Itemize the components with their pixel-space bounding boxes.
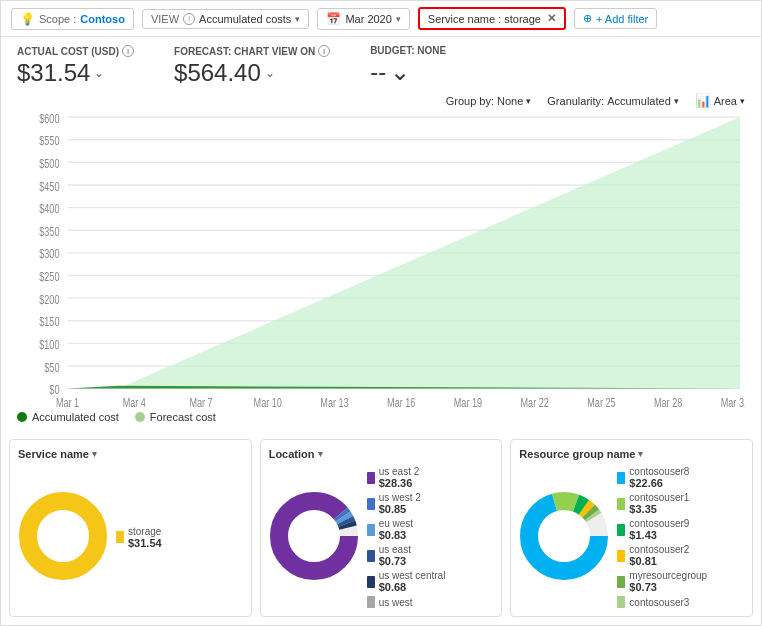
location-title: Location [269, 448, 315, 460]
list-item: us east 2$28.36 [367, 466, 494, 489]
loc-name: us east 2 [379, 466, 420, 477]
forecast-chevron-icon: ⌄ [265, 66, 275, 80]
forecast-label: FORECAST: CHART VIEW ON i [174, 45, 330, 57]
location-header[interactable]: Location ▾ [269, 448, 494, 460]
svg-text:$250: $250 [39, 270, 59, 284]
loc-name: us west 2 [379, 492, 421, 503]
rg-name: contosouser8 [629, 466, 689, 477]
granularity-control[interactable]: Granularity: Accumulated ▾ [547, 95, 678, 107]
svg-point-53 [547, 519, 581, 553]
scope-button[interactable]: 💡 Scope : Contoso [11, 8, 134, 30]
rg-color-bar [617, 498, 625, 510]
rg-name: contosouser2 [629, 544, 689, 555]
lightbulb-icon: 💡 [20, 12, 35, 26]
date-button[interactable]: 📅 Mar 2020 ▾ [317, 8, 409, 30]
add-filter-button[interactable]: ⊕ + Add filter [574, 8, 657, 29]
filter-label: Service name : storage [428, 13, 541, 25]
service-name-donut [18, 491, 108, 584]
list-item: us west [367, 596, 494, 608]
forecast-info-icon[interactable]: i [318, 45, 330, 57]
main-container: 💡 Scope : Contoso VIEW i Accumulated cos… [0, 0, 762, 626]
filter-close-icon[interactable]: ✕ [547, 12, 556, 25]
resource-group-body: contosouser8$22.66 contosouser1$3.35 con… [519, 466, 744, 608]
svg-text:$100: $100 [39, 338, 59, 352]
service-name-legend: storage $31.54 [116, 526, 243, 549]
date-value: Mar 2020 [345, 13, 391, 25]
resource-group-card: Resource group name ▾ [510, 439, 753, 617]
rg-amount: $22.66 [629, 477, 689, 489]
budget-label: BUDGET: NONE [370, 45, 446, 56]
view-value: Accumulated costs [199, 13, 291, 25]
add-filter-label: + Add filter [596, 13, 648, 25]
rg-amount: $0.73 [629, 581, 707, 593]
view-button[interactable]: VIEW i Accumulated costs ▾ [142, 9, 309, 29]
svg-text:$300: $300 [39, 247, 59, 261]
service-name-body: storage $31.54 [18, 466, 243, 608]
rg-amount: $3.35 [629, 503, 689, 515]
view-type-control[interactable]: 📊 Area ▾ [695, 93, 745, 108]
resource-group-legend: contosouser8$22.66 contosouser1$3.35 con… [617, 466, 744, 608]
rg-name: contosouser9 [629, 518, 689, 529]
svg-text:Mar 7: Mar 7 [189, 395, 212, 407]
resource-group-title: Resource group name [519, 448, 635, 460]
filter-tag[interactable]: Service name : storage ✕ [418, 7, 566, 30]
group-by-control[interactable]: Group by: None ▾ [446, 95, 532, 107]
accumulated-legend-dot [17, 412, 27, 422]
cost-chart: $600 $550 $500 $450 $400 $350 $300 $250 … [17, 110, 745, 407]
svg-text:Mar 1: Mar 1 [56, 395, 79, 407]
svg-text:Mar 13: Mar 13 [320, 395, 348, 407]
forecast-legend: Forecast cost [135, 411, 216, 423]
service-color-bar [116, 531, 124, 543]
actual-info-icon[interactable]: i [122, 45, 134, 57]
svg-text:$600: $600 [39, 111, 59, 125]
loc-name: eu west [379, 518, 413, 529]
loc-amount: $0.68 [379, 581, 446, 593]
chart-area: $600 $550 $500 $450 $400 $350 $300 $250 … [1, 110, 761, 407]
loc-color-bar [367, 524, 375, 536]
budget-chevron-icon: ⌄ [390, 58, 410, 86]
accumulated-legend: Accumulated cost [17, 411, 119, 423]
view-chevron-icon: ▾ [295, 14, 300, 24]
svg-text:$500: $500 [39, 156, 59, 170]
granularity-value: Accumulated [607, 95, 671, 107]
svg-text:Mar 31: Mar 31 [721, 395, 745, 407]
location-chevron-icon: ▾ [318, 449, 323, 459]
list-item: us east$0.73 [367, 544, 494, 567]
svg-text:$400: $400 [39, 202, 59, 216]
actual-cost-label: ACTUAL COST (USD) i [17, 45, 134, 57]
rg-name: contosouser1 [629, 492, 689, 503]
actual-cost-value[interactable]: $31.54 ⌄ [17, 59, 134, 87]
forecast-legend-label: Forecast cost [150, 411, 216, 423]
svg-text:Mar 22: Mar 22 [521, 395, 549, 407]
svg-text:Mar 4: Mar 4 [123, 395, 146, 407]
loc-color-bar [367, 596, 375, 608]
list-item: contosouser2$0.81 [617, 544, 744, 567]
list-item: contosouser8$22.66 [617, 466, 744, 489]
granularity-label: Granularity: [547, 95, 604, 107]
loc-name: us east [379, 544, 411, 555]
rg-color-bar [617, 472, 625, 484]
list-item: contosouser3 [617, 596, 744, 608]
resource-group-header[interactable]: Resource group name ▾ [519, 448, 744, 460]
loc-name: us west central [379, 570, 446, 581]
rg-color-bar [617, 576, 625, 588]
loc-amount: $0.83 [379, 529, 413, 541]
view-type-value: Area [714, 95, 737, 107]
svg-text:$350: $350 [39, 224, 59, 238]
x-axis: Mar 1 Mar 4 Mar 7 Mar 10 Mar 13 Mar 16 M… [56, 395, 745, 407]
budget-value: -- ⌄ [370, 58, 446, 86]
svg-text:$50: $50 [44, 360, 59, 374]
chart-controls: Group by: None ▾ Granularity: Accumulate… [1, 91, 761, 110]
view-type-chevron-icon: ▾ [740, 96, 745, 106]
group-by-value: None [497, 95, 523, 107]
location-donut [269, 491, 359, 584]
service-name-header[interactable]: Service name ▾ [18, 448, 243, 460]
rg-amount: $1.43 [629, 529, 689, 541]
rg-name: contosouser3 [629, 597, 689, 608]
svg-text:$450: $450 [39, 179, 59, 193]
list-item: contosouser9$1.43 [617, 518, 744, 541]
view-info-icon[interactable]: i [183, 13, 195, 25]
forecast-value[interactable]: $564.40 ⌄ [174, 59, 330, 87]
resource-group-chevron-icon: ▾ [638, 449, 643, 459]
service-name-title: Service name [18, 448, 89, 460]
